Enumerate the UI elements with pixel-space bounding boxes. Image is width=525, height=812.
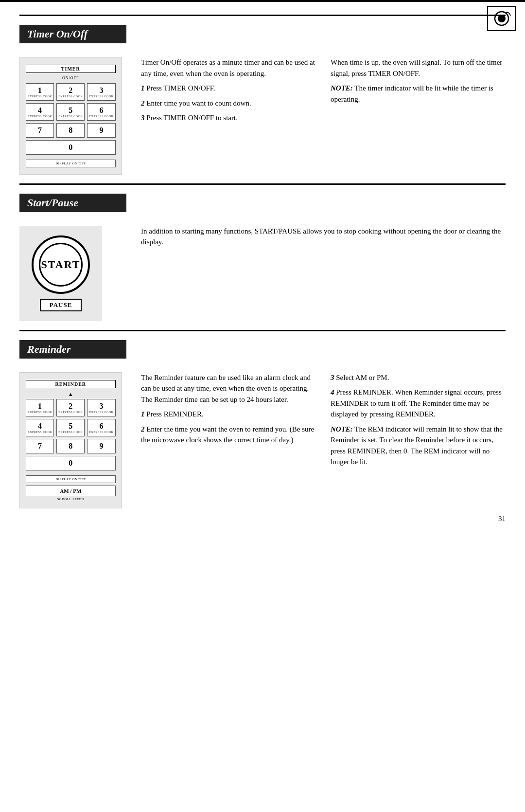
key-2: 2EXPRESS COOK — [56, 83, 85, 101]
timer-keypad-image: TIMER ON/OFF 1EXPRESS COOK 2EXPRESS COOK… — [19, 57, 126, 175]
timer-col1: Timer On/Off operates as a minute timer … — [141, 57, 316, 175]
timer-col2-intro: When time is up, the oven will signal. T… — [331, 57, 506, 79]
start-pause-col1: In addition to starting many functions, … — [141, 226, 506, 321]
logo-box — [487, 6, 516, 31]
rem-key-2: 2EXPRESS COOK — [56, 399, 85, 416]
display-on-off-btn-timer: DISPLAY ON/OFF — [26, 160, 116, 167]
keypad-grid-timer: 1EXPRESS COOK 2EXPRESS COOK 3EXPRESS COO… — [26, 83, 116, 138]
reminder-intro: The Reminder feature can be used like an… — [141, 372, 316, 405]
rem-key-1: 1EXPRESS COOK — [26, 399, 54, 416]
key-8: 8 — [56, 123, 85, 138]
start-pause-text: In addition to starting many functions, … — [141, 226, 506, 321]
keypad-title-reminder: REMINDER — [26, 380, 116, 388]
key-0: 0 — [26, 140, 116, 155]
timer-note: NOTE: The timer indicator will be lit wh… — [331, 83, 506, 105]
timer-col2: When time is up, the oven will signal. T… — [331, 57, 506, 175]
reminder-step3: 3 Select AM or PM. — [331, 372, 506, 383]
page-content: Timer On/Off TIMER ON/OFF 1EXPRESS COOK … — [0, 2, 525, 533]
key-4: 4EXPRESS COOK — [26, 103, 54, 121]
rem-key-7: 7 — [26, 439, 54, 453]
timer-text-cols: Timer On/Off operates as a minute timer … — [141, 57, 506, 175]
page-number: 31 — [498, 515, 506, 523]
start-pause-desc: In addition to starting many functions, … — [141, 226, 506, 248]
section-title-reminder: Reminder — [19, 340, 126, 359]
keypad-grid-reminder: 1EXPRESS COOK 2EXPRESS COOK 3EXPRESS COO… — [26, 399, 116, 453]
key-6: 6EXPRESS COOK — [87, 103, 115, 121]
start-label: START — [41, 258, 81, 271]
section-title-timer: Timer On/Off — [19, 25, 126, 43]
key-9: 9 — [87, 123, 115, 138]
am-pm-btn: AM / PM — [26, 486, 116, 496]
rem-key-6: 6EXPRESS COOK — [87, 419, 115, 436]
key-5: 5EXPRESS COOK — [56, 103, 85, 121]
reminder-step2: 2 Enter the time you want the oven to re… — [141, 424, 316, 446]
keypad-subtitle-timer: ON/OFF — [26, 76, 116, 80]
section-start-pause: Start/Pause START PAUSE — [19, 183, 506, 321]
pause-label: PAUSE — [40, 299, 82, 311]
reminder-text-cols: The Reminder feature can be used like an… — [141, 372, 506, 508]
section-reminder: Reminder REMINDER ▲ 1EXPRESS COOK 2EXPRE… — [19, 330, 506, 508]
reminder-note: NOTE: The REM indicator will remain lit … — [331, 424, 506, 468]
key-3: 3EXPRESS COOK — [87, 83, 115, 101]
rem-key-4: 4EXPRESS COOK — [26, 419, 54, 436]
reminder-col1: The Reminder feature can be used like an… — [141, 372, 316, 508]
rem-key-8: 8 — [56, 439, 85, 453]
reminder-step1: 1 Press REMINDER. — [141, 409, 316, 420]
keypad-title-timer: TIMER — [26, 65, 116, 73]
rem-key-9: 9 — [87, 439, 115, 453]
reminder-col2: 3 Select AM or PM. 4 Press REMINDER. Whe… — [331, 372, 506, 508]
reminder-keypad-image: REMINDER ▲ 1EXPRESS COOK 2EXPRESS COOK 3… — [19, 372, 126, 508]
timer-step3: 3 Press TIMER ON/OFF to start. — [141, 112, 316, 124]
section-title-start-pause: Start/Pause — [19, 194, 126, 212]
start-outer-ring: START — [32, 235, 90, 294]
rem-key-5: 5EXPRESS COOK — [56, 419, 85, 436]
start-inner-ring: START — [39, 243, 83, 287]
svg-point-1 — [498, 15, 506, 22]
start-pause-image: START PAUSE — [19, 226, 126, 321]
scroll-speed-label: SCROLL SPEED — [26, 497, 116, 501]
rem-key-0: 0 — [26, 456, 116, 470]
reminder-step4: 4 Press REMINDER. When Reminder signal o… — [331, 387, 506, 420]
timer-step2: 2 Enter time you want to count down. — [141, 98, 316, 109]
key-1: 1EXPRESS COOK — [26, 83, 54, 101]
section-timer-on-off: Timer On/Off TIMER ON/OFF 1EXPRESS COOK … — [19, 15, 506, 175]
rem-key-3: 3EXPRESS COOK — [87, 399, 115, 416]
display-on-off-btn-reminder: DISPLAY ON/OFF — [26, 475, 116, 483]
key-7: 7 — [26, 123, 54, 138]
timer-intro: Timer On/Off operates as a minute timer … — [141, 57, 316, 79]
timer-step1: 1 Press TIMER ON/OFF. — [141, 83, 316, 94]
